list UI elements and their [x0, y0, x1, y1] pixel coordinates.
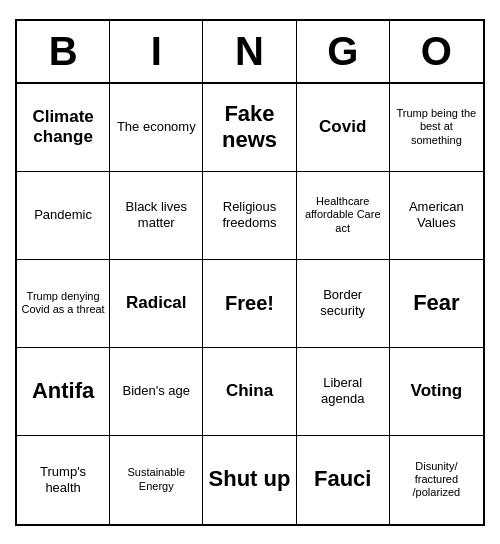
bingo-cell-7: Religious freedoms [203, 172, 296, 260]
header-letter-b: B [17, 21, 110, 82]
bingo-header: BINGO [17, 21, 483, 84]
bingo-cell-23: Fauci [297, 436, 390, 524]
header-letter-i: I [110, 21, 203, 82]
header-letter-o: O [390, 21, 483, 82]
bingo-cell-22: Shut up [203, 436, 296, 524]
bingo-cell-9: American Values [390, 172, 483, 260]
bingo-cell-21: Sustainable Energy [110, 436, 203, 524]
bingo-cell-24: Disunity/ fractured /polarized [390, 436, 483, 524]
bingo-cell-19: Voting [390, 348, 483, 436]
bingo-cell-0: Climate change [17, 84, 110, 172]
bingo-cell-14: Fear [390, 260, 483, 348]
bingo-cell-5: Pandemic [17, 172, 110, 260]
bingo-card: BINGO Climate changeThe economyFake news… [15, 19, 485, 526]
bingo-cell-15: Antifa [17, 348, 110, 436]
header-letter-g: G [297, 21, 390, 82]
bingo-cell-18: Liberal agenda [297, 348, 390, 436]
bingo-cell-8: Healthcare affordable Care act [297, 172, 390, 260]
bingo-cell-16: Biden's age [110, 348, 203, 436]
bingo-cell-1: The economy [110, 84, 203, 172]
bingo-cell-4: Trump being the best at something [390, 84, 483, 172]
bingo-cell-2: Fake news [203, 84, 296, 172]
bingo-cell-12: Free! [203, 260, 296, 348]
bingo-cell-6: Black lives matter [110, 172, 203, 260]
bingo-cell-13: Border security [297, 260, 390, 348]
bingo-cell-11: Radical [110, 260, 203, 348]
bingo-cell-17: China [203, 348, 296, 436]
bingo-cell-10: Trump denying Covid as a threat [17, 260, 110, 348]
header-letter-n: N [203, 21, 296, 82]
bingo-grid: Climate changeThe economyFake newsCovidT… [17, 84, 483, 524]
bingo-cell-3: Covid [297, 84, 390, 172]
bingo-cell-20: Trump's health [17, 436, 110, 524]
